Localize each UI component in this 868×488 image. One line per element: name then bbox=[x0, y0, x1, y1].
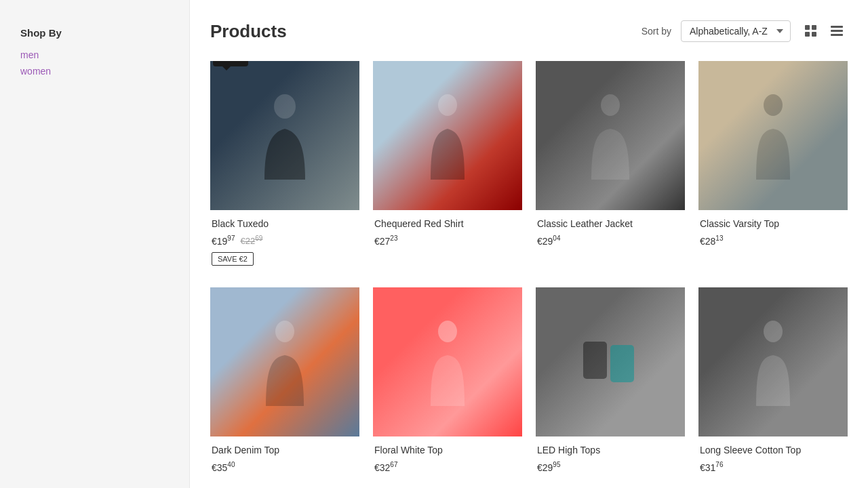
person-silhouette bbox=[420, 318, 475, 406]
svg-point-10 bbox=[764, 94, 783, 116]
price-row: €3540 bbox=[212, 461, 358, 473]
svg-rect-3 bbox=[812, 32, 816, 37]
product-card[interactable]: Classic Varsity Top€2813 bbox=[698, 61, 848, 271]
product-image bbox=[210, 287, 359, 436]
svg-point-12 bbox=[438, 321, 457, 342]
product-card[interactable]: Long Sleeve Cotton Top€3176 bbox=[698, 287, 848, 479]
price-current: €2904 bbox=[537, 235, 560, 247]
svg-rect-1 bbox=[812, 25, 816, 30]
product-card[interactable]: LED High Tops€2995 bbox=[536, 287, 685, 479]
price-row: €2995 bbox=[537, 461, 684, 473]
product-name: Dark Denim Top bbox=[212, 445, 358, 455]
grid-icon bbox=[805, 25, 817, 37]
product-image-wrap bbox=[698, 61, 848, 210]
svg-point-9 bbox=[601, 94, 620, 116]
product-info: Chequered Red Shirt€2723 bbox=[373, 210, 522, 252]
price-current: €1997 bbox=[212, 235, 235, 247]
product-info: Dark Denim Top€3540 bbox=[210, 436, 359, 479]
product-info: Long Sleeve Cotton Top€3176 bbox=[698, 436, 848, 479]
person-silhouette bbox=[258, 92, 312, 180]
price-row: €3267 bbox=[374, 461, 521, 473]
save-badge: SAVE €2 bbox=[212, 252, 254, 266]
product-info: Classic Varsity Top€2813 bbox=[698, 210, 848, 252]
product-name: Classic Varsity Top bbox=[700, 218, 846, 229]
price-current: €2723 bbox=[374, 235, 397, 247]
person-silhouette bbox=[420, 92, 475, 180]
product-info: Classic Leather Jacket€2904 bbox=[536, 210, 685, 252]
price-row: €2904 bbox=[537, 235, 684, 247]
product-image-wrap bbox=[210, 287, 359, 436]
product-card[interactable]: £1704 Black Tuxedo€1997€2269SAVE €2 bbox=[210, 61, 359, 271]
header-controls: Sort by Alphabetically, A-Z Alphabetical… bbox=[642, 20, 848, 42]
svg-point-11 bbox=[275, 321, 294, 342]
price-tooltip: £1704 bbox=[213, 61, 248, 66]
product-image bbox=[698, 61, 848, 210]
svg-rect-2 bbox=[805, 32, 810, 37]
product-image-wrap: £1704 bbox=[210, 61, 359, 210]
svg-rect-0 bbox=[805, 25, 810, 30]
sort-label: Sort by bbox=[642, 26, 671, 37]
product-name: Chequered Red Shirt bbox=[374, 218, 521, 229]
person-silhouette bbox=[746, 92, 800, 180]
price-current: €3267 bbox=[374, 461, 397, 473]
page-title: Products bbox=[210, 21, 287, 42]
product-info: Black Tuxedo€1997€2269SAVE €2 bbox=[210, 210, 359, 271]
product-image bbox=[210, 61, 359, 210]
main-content: Products Sort by Alphabetically, A-Z Alp… bbox=[190, 0, 868, 488]
shoes-silhouette bbox=[576, 335, 644, 389]
svg-point-7 bbox=[274, 94, 296, 119]
product-name: LED High Tops bbox=[537, 445, 684, 455]
svg-rect-4 bbox=[831, 26, 843, 28]
price-row: €1997€2269 bbox=[212, 235, 358, 247]
svg-rect-5 bbox=[831, 30, 843, 32]
product-image-wrap bbox=[373, 61, 522, 210]
svg-rect-14 bbox=[610, 345, 634, 382]
product-name: Black Tuxedo bbox=[212, 218, 358, 229]
price-row: €2723 bbox=[374, 235, 521, 247]
product-card[interactable]: Chequered Red Shirt€2723 bbox=[373, 61, 522, 271]
svg-point-15 bbox=[764, 321, 783, 342]
sort-select[interactable]: Alphabetically, A-Z Alphabetically, Z-A … bbox=[681, 20, 791, 42]
price-current: €2813 bbox=[700, 235, 723, 247]
person-silhouette bbox=[258, 318, 312, 406]
product-image bbox=[373, 61, 522, 210]
sidebar: Shop By men women bbox=[0, 0, 190, 488]
price-row: €3176 bbox=[700, 461, 846, 473]
product-card[interactable]: Floral White Top€3267 bbox=[373, 287, 522, 479]
product-image bbox=[373, 287, 522, 436]
list-icon bbox=[831, 25, 843, 37]
price-row: €2813 bbox=[700, 235, 846, 247]
view-icons bbox=[800, 20, 848, 42]
products-header: Products Sort by Alphabetically, A-Z Alp… bbox=[210, 20, 848, 42]
svg-rect-13 bbox=[583, 342, 607, 379]
product-info: LED High Tops€2995 bbox=[536, 436, 685, 479]
person-silhouette bbox=[746, 318, 800, 406]
sidebar-link-women[interactable]: women bbox=[20, 66, 169, 77]
product-info: Floral White Top€3267 bbox=[373, 436, 522, 479]
grid-view-button[interactable] bbox=[800, 20, 822, 42]
product-image-wrap bbox=[536, 61, 685, 210]
svg-point-8 bbox=[438, 94, 457, 116]
product-image bbox=[536, 287, 685, 436]
product-name: Classic Leather Jacket bbox=[537, 218, 684, 229]
person-silhouette bbox=[583, 92, 637, 180]
product-grid: £1704 Black Tuxedo€1997€2269SAVE €2 Cheq… bbox=[210, 61, 848, 478]
price-current: €3540 bbox=[212, 461, 235, 473]
price-current: €3176 bbox=[700, 461, 723, 473]
sidebar-link-men[interactable]: men bbox=[20, 49, 169, 60]
product-image-wrap bbox=[536, 287, 685, 436]
list-view-button[interactable] bbox=[826, 20, 848, 42]
product-name: Floral White Top bbox=[374, 445, 521, 455]
product-image-wrap bbox=[373, 287, 522, 436]
product-card[interactable]: Classic Leather Jacket€2904 bbox=[536, 61, 685, 271]
product-card[interactable]: Dark Denim Top€3540 bbox=[210, 287, 359, 479]
product-image bbox=[536, 61, 685, 210]
price-original: €2269 bbox=[240, 235, 262, 246]
sidebar-title: Shop By bbox=[20, 27, 169, 39]
svg-rect-6 bbox=[831, 34, 843, 36]
product-image-wrap bbox=[698, 287, 848, 436]
product-image bbox=[698, 287, 848, 436]
product-name: Long Sleeve Cotton Top bbox=[700, 445, 846, 455]
price-current: €2995 bbox=[537, 461, 560, 473]
